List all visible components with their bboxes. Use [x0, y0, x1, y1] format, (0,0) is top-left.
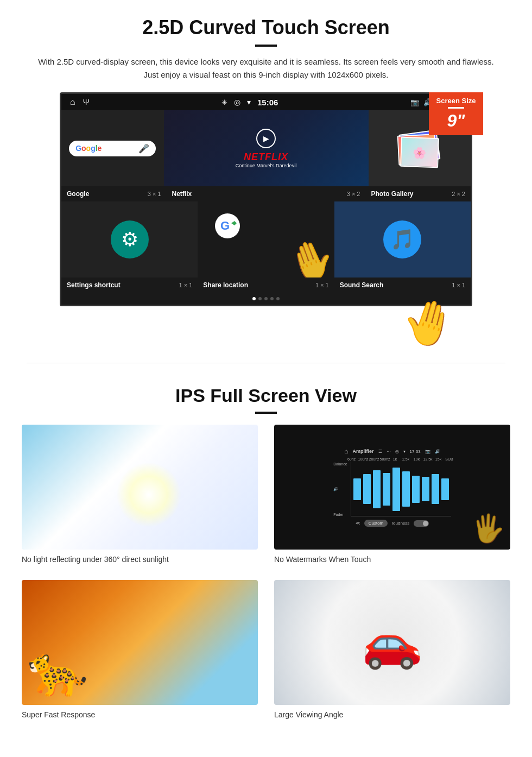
netflix-app-cell[interactable]: ▶ NETFLIX Continue Marvel's Daredevil: [164, 110, 369, 186]
wifi-icon: ▾: [247, 98, 251, 106]
amp-bottom-controls: ≪ Custom loudness: [356, 520, 429, 527]
sound-label-name: Sound Search: [340, 281, 384, 289]
feature-sunlight: No light reflecting under 360° direct su…: [22, 425, 258, 564]
eq-main-area: Balance 🔊 Fader: [333, 462, 451, 516]
amplifier-image: ⌂ Amplifier ☰ ⋯ ◎ ▾ 17:33 📷 🔊 60hz 100hz…: [274, 425, 510, 550]
netflix-label-name: Netflix: [172, 190, 192, 198]
camera-icon: 📷: [410, 98, 419, 106]
eq-db-labels: Balance 🔊 Fader: [333, 462, 349, 516]
cheetah-image: 🐆: [22, 580, 258, 705]
google-logo: Google: [75, 144, 102, 153]
sunlight-image: [22, 425, 258, 550]
settings-app-cell[interactable]: ⚙: [61, 201, 198, 277]
gallery-label-size: 2 × 2: [452, 191, 465, 197]
section-ips: IPS Full Screen View No light reflecting…: [0, 374, 532, 730]
google-search-bar[interactable]: Google 🎤: [69, 141, 156, 156]
eq-bar-7: [422, 477, 429, 501]
home-icon[interactable]: ⌂: [70, 97, 75, 107]
section2-title: IPS Full Screen View: [22, 385, 510, 406]
section1-divider: [255, 45, 277, 47]
app-grid-row1: Google 🎤 ▶ NETFLIX Continue Marvel's Dar…: [61, 110, 471, 186]
mic-icon[interactable]: 🎤: [138, 143, 149, 154]
netflix-content: ▶ NETFLIX Continue Marvel's Daredevil: [236, 129, 296, 168]
device-screen: ⌂ Ψ ✳ ◎ ▾ 15:06 📷 🔊 ✕ ⬜: [60, 92, 472, 306]
amp-header: ⌂ Amplifier ☰ ⋯ ◎ ▾ 17:33 📷 🔊: [344, 447, 440, 455]
cheetah-emoji: 🐆: [27, 642, 88, 699]
hand-gesture-area: 🤚: [33, 298, 456, 341]
badge-size: 9": [434, 111, 478, 131]
app-grid-row2: ⚙ G 🤚 🎵: [61, 201, 471, 277]
feature-car: 🚗 Large Viewing Angle: [274, 580, 510, 719]
cheetah-label: Super Fast Response: [22, 710, 258, 719]
sound-search-cell[interactable]: 🎵: [334, 201, 471, 277]
share-label-cell: Share location 1 × 1: [198, 280, 334, 290]
netflix-label-size: 3 × 2: [347, 191, 360, 197]
device-mockup: Screen Size 9" ⌂ Ψ ✳ ◎ ▾ 15:06 📷 🔊: [54, 92, 478, 306]
car-icon: 🚗: [362, 614, 423, 671]
netflix-subtitle: Continue Marvel's Daredevil: [236, 163, 296, 168]
amp-hand-icon: 🖐: [471, 513, 505, 544]
eq-bar-0: [353, 478, 361, 500]
eq-bar-9: [441, 478, 449, 500]
share-label-size: 1 × 1: [315, 282, 329, 288]
car-image: 🚗: [274, 580, 510, 705]
page-divider: [27, 363, 505, 363]
sound-search-icon: 🎵: [383, 220, 421, 258]
eq-bar-4: [392, 468, 400, 511]
status-bar-center: ✳ ◎ ▾ 15:06: [221, 98, 278, 107]
settings-icon: ⚙: [111, 220, 149, 258]
svg-text:G: G: [220, 219, 230, 232]
google-label-name: Google: [67, 190, 89, 198]
section2-divider: [255, 412, 277, 414]
eq-bars-container: [351, 462, 451, 516]
amplifier-label: No Watermarks When Touch: [274, 555, 510, 564]
badge-label: Screen Size: [434, 97, 478, 105]
hand-gesture-icon: 🤚: [396, 292, 462, 355]
screen-size-badge: Screen Size 9": [429, 92, 483, 135]
netflix-logo: NETFLIX: [236, 152, 296, 163]
status-bar: ⌂ Ψ ✳ ◎ ▾ 15:06 📷 🔊 ✕ ⬜: [61, 94, 471, 110]
netflix-label-cell: Netflix 3 × 2: [167, 189, 366, 199]
settings-label-name: Settings shortcut: [67, 281, 121, 289]
g-maps-icon: G: [214, 212, 241, 239]
eq-bar-5: [402, 471, 410, 507]
share-label-name: Share location: [203, 281, 248, 289]
status-time: 15:06: [257, 98, 278, 107]
share-location-cell[interactable]: G 🤚: [198, 201, 334, 277]
eq-bar-3: [383, 473, 390, 506]
section1-title: 2.5D Curved Touch Screen: [33, 16, 499, 39]
feature-cheetah: 🐆 Super Fast Response: [22, 580, 258, 719]
app-label-row1: Google 3 × 1 Netflix 3 × 2 Photo Gallery…: [61, 186, 471, 201]
eq-bar-6: [412, 476, 420, 503]
section-curved-touch: 2.5D Curved Touch Screen With 2.5D curve…: [0, 0, 532, 352]
sound-label-size: 1 × 1: [452, 282, 465, 288]
gallery-label-name: Photo Gallery: [371, 190, 414, 198]
sound-label-cell: Sound Search 1 × 1: [334, 280, 471, 290]
google-label-size: 3 × 1: [148, 191, 161, 197]
google-app-cell[interactable]: Google 🎤: [61, 110, 164, 186]
eq-freq-labels: 60hz 100hz 200hz 500hz 1k 2.5k 10k 12.5k…: [347, 457, 454, 461]
settings-label-size: 1 × 1: [179, 282, 193, 288]
feature-amplifier: ⌂ Amplifier ☰ ⋯ ◎ ▾ 17:33 📷 🔊 60hz 100hz…: [274, 425, 510, 564]
eq-bar-2: [373, 470, 381, 508]
location-icon: ◎: [234, 98, 240, 106]
netflix-play-button[interactable]: ▶: [256, 129, 276, 148]
google-label-cell: Google 3 × 1: [61, 189, 167, 199]
section1-description: With 2.5D curved-display screen, this de…: [33, 55, 499, 81]
feature-grid: No light reflecting under 360° direct su…: [22, 425, 510, 719]
usb-icon: Ψ: [83, 98, 90, 106]
settings-label-cell: Settings shortcut 1 × 1: [61, 280, 198, 290]
badge-divider: [448, 107, 464, 109]
bluetooth-icon: ✳: [221, 98, 227, 106]
sunlight-label: No light reflecting under 360° direct su…: [22, 555, 258, 564]
gallery-photo-3: 🌸: [400, 137, 439, 168]
app-label-row2: Settings shortcut 1 × 1 Share location 1…: [61, 277, 471, 293]
gallery-label-cell: Photo Gallery 2 × 2: [366, 189, 471, 199]
hand-pointing-icon: 🤚: [281, 232, 334, 277]
status-bar-left: ⌂ Ψ: [70, 97, 89, 107]
eq-bar-8: [432, 474, 439, 504]
car-label: Large Viewing Angle: [274, 710, 510, 719]
eq-bar-1: [363, 474, 371, 504]
